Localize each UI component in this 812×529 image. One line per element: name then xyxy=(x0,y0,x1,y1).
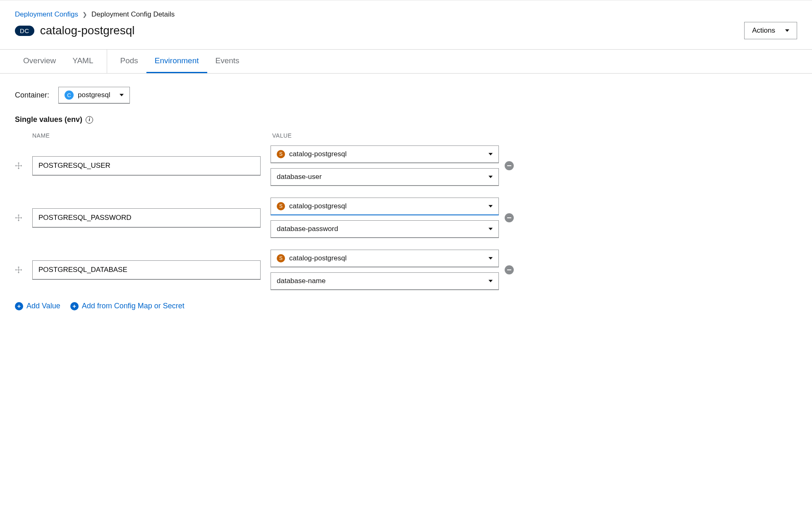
caret-down-icon xyxy=(489,176,493,178)
caret-down-icon xyxy=(489,228,493,230)
add-value-button[interactable]: + Add Value xyxy=(15,302,60,310)
column-header-value: VALUE xyxy=(271,132,499,139)
info-icon[interactable]: i xyxy=(86,116,93,124)
minus-circle-icon xyxy=(505,161,514,170)
remove-row-button[interactable] xyxy=(499,265,520,274)
minus-circle-icon xyxy=(505,213,514,222)
add-from-configmap-button[interactable]: + Add from Config Map or Secret xyxy=(70,302,184,310)
secret-select[interactable]: S catalog-postgresql xyxy=(271,145,499,163)
secret-badge-icon: S xyxy=(277,254,285,262)
tab-divider xyxy=(107,50,107,73)
env-name-input[interactable] xyxy=(32,156,261,176)
caret-down-icon xyxy=(489,205,493,207)
breadcrumb: Deployment Configs ❯ Deployment Config D… xyxy=(15,10,797,19)
caret-down-icon xyxy=(785,29,789,32)
drag-handle-icon[interactable] xyxy=(15,214,32,222)
caret-down-icon xyxy=(489,153,493,155)
chevron-right-icon: ❯ xyxy=(82,11,87,18)
secret-key-select[interactable]: database-password xyxy=(271,220,499,238)
plus-circle-icon: + xyxy=(15,302,23,310)
env-name-input[interactable] xyxy=(32,208,261,228)
remove-row-button[interactable] xyxy=(499,161,520,170)
container-select[interactable]: C postgresql xyxy=(58,87,129,104)
env-name-input[interactable] xyxy=(32,260,261,280)
breadcrumb-current: Deployment Config Details xyxy=(91,10,175,19)
env-row: S catalog-postgresql database-user xyxy=(15,145,520,186)
breadcrumb-link-configs[interactable]: Deployment Configs xyxy=(15,10,78,19)
secret-badge-icon: S xyxy=(277,150,285,158)
secret-key-select[interactable]: database-name xyxy=(271,272,499,290)
secret-select[interactable]: S catalog-postgresql xyxy=(271,198,499,215)
caret-down-icon xyxy=(489,257,493,260)
env-row: S catalog-postgresql database-name xyxy=(15,250,520,290)
container-label: Container: xyxy=(15,91,49,100)
section-title: Single values (env) i xyxy=(15,115,797,124)
tab-overview[interactable]: Overview xyxy=(15,50,64,73)
tabs: Overview YAML Pods Environment Events xyxy=(0,49,812,74)
remove-row-button[interactable] xyxy=(499,213,520,222)
column-header-name: NAME xyxy=(32,132,261,139)
tab-events[interactable]: Events xyxy=(207,50,248,73)
add-value-label: Add Value xyxy=(26,302,60,310)
secret-select-value: catalog-postgresql xyxy=(289,150,347,158)
secret-key-value: database-name xyxy=(277,277,326,285)
drag-handle-icon[interactable] xyxy=(15,162,32,169)
secret-key-value: database-user xyxy=(277,173,322,181)
actions-button[interactable]: Actions xyxy=(744,22,797,39)
page-title: catalog-postgresql xyxy=(40,24,135,37)
container-badge-icon: C xyxy=(65,91,74,100)
minus-circle-icon xyxy=(505,265,514,274)
secret-key-select[interactable]: database-user xyxy=(271,168,499,186)
tab-pods[interactable]: Pods xyxy=(112,50,146,73)
secret-badge-icon: S xyxy=(277,202,285,210)
env-row: S catalog-postgresql database-password xyxy=(15,198,520,238)
plus-circle-icon: + xyxy=(70,302,79,310)
tab-yaml[interactable]: YAML xyxy=(64,50,101,73)
secret-key-value: database-password xyxy=(277,225,338,233)
resource-badge: DC xyxy=(15,26,34,36)
container-select-value: postgresql xyxy=(78,91,110,99)
drag-handle-icon[interactable] xyxy=(15,266,32,274)
secret-select-value: catalog-postgresql xyxy=(289,202,347,210)
caret-down-icon xyxy=(120,94,124,96)
secret-select[interactable]: S catalog-postgresql xyxy=(271,250,499,267)
secret-select-value: catalog-postgresql xyxy=(289,254,347,262)
add-from-configmap-label: Add from Config Map or Secret xyxy=(82,302,184,310)
actions-label: Actions xyxy=(752,26,775,35)
caret-down-icon xyxy=(489,280,493,282)
tab-environment[interactable]: Environment xyxy=(146,50,207,73)
